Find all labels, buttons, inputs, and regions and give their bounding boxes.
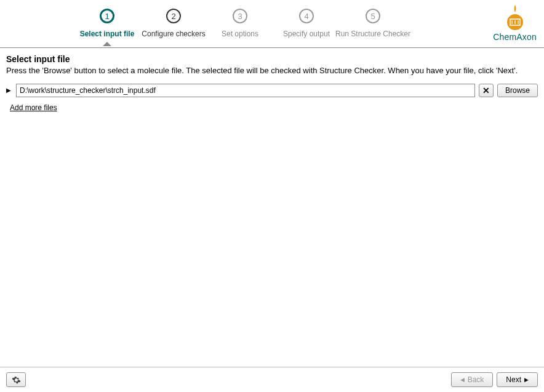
page-description: Press the 'Browse' button to select a mo… bbox=[6, 65, 538, 76]
step-label-3: Set options bbox=[222, 30, 258, 38]
step-label-5: Run Structure Checker bbox=[335, 30, 410, 38]
brand-name: ChemAxon bbox=[493, 32, 537, 42]
wizard-header: 1 Select input file 2 Configure checkers… bbox=[0, 0, 544, 48]
step-set-options[interactable]: 3 Set options bbox=[207, 9, 273, 38]
chevron-left-icon: ◀ bbox=[460, 377, 465, 383]
add-more-files-link[interactable]: Add more files bbox=[10, 103, 57, 112]
step-select-input-file[interactable]: 1 Select input file bbox=[74, 9, 140, 38]
step-number-1: 1 bbox=[100, 9, 114, 23]
step-label-2: Configure checkers bbox=[142, 30, 205, 38]
browse-button[interactable]: Browse bbox=[497, 84, 538, 97]
brand-logo: ChemAxon bbox=[493, 4, 537, 42]
content-area: Select input file Press the 'Browse' but… bbox=[0, 48, 544, 367]
step-run-structure-checker[interactable]: 5 Run Structure Checker bbox=[340, 9, 406, 38]
file-path-input[interactable] bbox=[16, 84, 475, 97]
step-number-4: 4 bbox=[299, 9, 314, 23]
clear-file-button[interactable]: ✕ bbox=[479, 84, 494, 97]
step-number-5: 5 bbox=[366, 9, 380, 23]
step-number-2: 2 bbox=[166, 9, 181, 23]
wizard-steps: 1 Select input file 2 Configure checkers… bbox=[74, 5, 406, 38]
chevron-right-icon: ▶ bbox=[524, 377, 529, 383]
back-button[interactable]: ◀ Back bbox=[451, 372, 494, 387]
step-label-1: Select input file bbox=[80, 30, 135, 38]
gear-icon bbox=[12, 375, 21, 385]
wizard-footer: ◀ Back Next ▶ bbox=[0, 367, 544, 392]
next-button[interactable]: Next ▶ bbox=[497, 372, 538, 387]
step-specify-output[interactable]: 4 Specify output bbox=[273, 9, 340, 38]
back-button-label: Back bbox=[468, 375, 484, 384]
file-row: ▶ ✕ Browse bbox=[6, 84, 538, 97]
close-icon: ✕ bbox=[482, 86, 490, 95]
step-configure-checkers[interactable]: 2 Configure checkers bbox=[140, 9, 207, 38]
page-title: Select input file bbox=[6, 54, 538, 64]
settings-button[interactable] bbox=[6, 372, 26, 387]
chemaxon-logo-icon bbox=[502, 4, 529, 31]
expand-toggle-icon[interactable]: ▶ bbox=[6, 87, 12, 94]
step-label-4: Specify output bbox=[283, 30, 330, 38]
next-button-label: Next bbox=[506, 375, 521, 384]
step-number-3: 3 bbox=[233, 9, 247, 23]
